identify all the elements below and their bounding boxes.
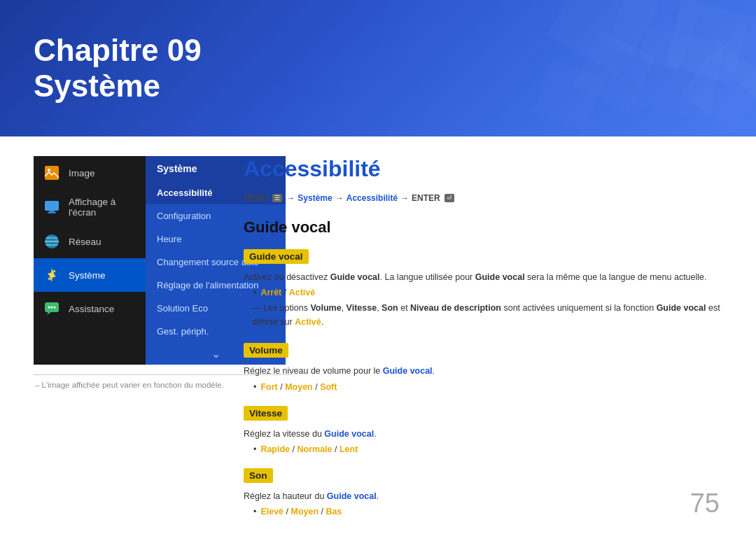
image-icon bbox=[42, 163, 62, 183]
section-main-title: Guide vocal bbox=[244, 218, 722, 237]
sidebar-item-systeme[interactable]: Système bbox=[34, 258, 146, 292]
section-body-volume: Réglez le niveau de volume pour le Guide… bbox=[244, 365, 722, 378]
header-title: Chapitre 09 Système bbox=[34, 33, 202, 104]
sidebar-label-reseau: Réseau bbox=[69, 237, 102, 247]
svg-point-9 bbox=[48, 169, 50, 171]
menu-panel: Image Affichage à l'écran bbox=[34, 156, 216, 531]
menu-icon-box: ☰ bbox=[272, 194, 282, 202]
svg-point-20 bbox=[51, 307, 53, 309]
menu-path: MENU ☰ → Système → Accessibilité → ENTER… bbox=[244, 193, 722, 203]
bullet-vitesse-text: Rapide / Normale / Lent bbox=[260, 444, 358, 454]
menu-caption-text: – L'image affichée peut varier en foncti… bbox=[35, 381, 224, 389]
section-guide-vocal: Guide vocal Activez ou désactivez Guide … bbox=[244, 249, 722, 329]
bullet-volume-text: Fort / Moyen / Soft bbox=[260, 382, 337, 392]
content-title: Accessibilité bbox=[244, 156, 722, 182]
menu-path-menu: MENU bbox=[244, 193, 268, 203]
section-son: Son Réglez la hauteur du Guide vocal. El… bbox=[244, 468, 722, 517]
svg-rect-11 bbox=[49, 211, 55, 212]
bullet-vitesse: Rapide / Normale / Lent bbox=[253, 444, 722, 454]
sidebar-label-assistance: Assistance bbox=[69, 304, 114, 314]
sidebar-label-systeme: Système bbox=[69, 270, 106, 281]
bullet-volume: Fort / Moyen / Soft bbox=[253, 382, 722, 392]
chat-icon bbox=[42, 299, 62, 318]
section-body-vitesse: Réglez la vitesse du Guide vocal. bbox=[244, 428, 722, 441]
main-content: Image Affichage à l'écran bbox=[0, 136, 756, 531]
content-area: Accessibilité MENU ☰ → Système → Accessi… bbox=[216, 156, 756, 531]
sidebar-item-image[interactable]: Image bbox=[34, 156, 146, 190]
bullet-son-text: Elevé / Moyen / Bas bbox=[260, 507, 342, 517]
sidebar-item-reseau[interactable]: Réseau bbox=[34, 225, 146, 258]
network-icon bbox=[42, 232, 62, 251]
svg-rect-12 bbox=[48, 212, 56, 213]
menu-arrow2: → bbox=[335, 193, 344, 203]
enter-icon-box: ⏎ bbox=[444, 194, 454, 202]
menu-path-enter: ENTER bbox=[412, 193, 440, 203]
gear-icon bbox=[42, 265, 62, 285]
section-heading-vitesse: Vitesse bbox=[244, 406, 288, 421]
svg-point-21 bbox=[54, 307, 56, 309]
sidebar-item-affichage[interactable]: Affichage à l'écran bbox=[34, 190, 146, 225]
main-menu: Image Affichage à l'écran bbox=[34, 156, 146, 365]
section-heading-son: Son bbox=[244, 468, 273, 483]
svg-point-19 bbox=[48, 307, 50, 309]
section-note-guide-vocal: ― Les options Volume, Vitesse, Son et Ni… bbox=[244, 302, 722, 329]
menu-arrow3: → bbox=[400, 193, 409, 203]
bullet-son: Elevé / Moyen / Bas bbox=[253, 507, 722, 517]
section-heading-volume: Volume bbox=[244, 343, 288, 358]
bullet-guide-vocal: Arrêt / Activé bbox=[253, 288, 722, 297]
sidebar-label-image: Image bbox=[69, 168, 95, 178]
chapter-line1: Chapitre 09 bbox=[34, 33, 202, 69]
sidebar-item-assistance[interactable]: Assistance bbox=[34, 292, 146, 325]
page-header: Chapitre 09 Système bbox=[0, 0, 756, 136]
section-body-guide-vocal: Activez ou désactivez Guide vocal. La la… bbox=[244, 271, 722, 284]
display-icon bbox=[42, 197, 62, 217]
menu-path-accessibilite: Accessibilité bbox=[346, 193, 398, 203]
bullet-guide-vocal-text: Arrêt / Activé bbox=[260, 288, 315, 297]
section-volume: Volume Réglez le niveau de volume pour l… bbox=[244, 343, 722, 391]
section-body-son: Réglez la hauteur du Guide vocal. bbox=[244, 490, 722, 503]
chapter-line2: Système bbox=[34, 69, 202, 104]
menu-path-systeme: Système bbox=[298, 193, 332, 203]
svg-rect-8 bbox=[45, 166, 59, 180]
svg-rect-10 bbox=[45, 201, 59, 211]
sidebar-label-affichage: Affichage à l'écran bbox=[69, 197, 137, 218]
page-number: 75 bbox=[690, 489, 720, 519]
section-vitesse: Vitesse Réglez la vitesse du Guide vocal… bbox=[244, 406, 722, 454]
menu-arrow1: → bbox=[286, 193, 295, 203]
section-heading-guide-vocal: Guide vocal bbox=[244, 249, 309, 264]
